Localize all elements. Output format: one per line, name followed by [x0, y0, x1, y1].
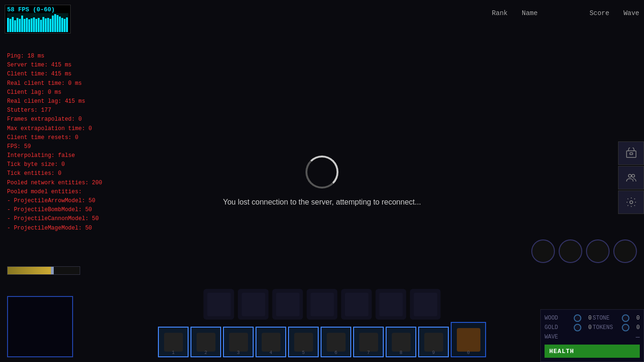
resource-panel: WOOD 0 STONE 0 GOLD 0 TOKENS 0 WAVE — HE…	[540, 309, 644, 362]
real-client-lag-stat: Real client lag: 415 ms	[7, 97, 102, 106]
right-panel	[618, 141, 644, 214]
avatar-slot-1	[531, 239, 555, 263]
hotbar-num-0: 0	[467, 350, 470, 355]
minimap	[7, 296, 73, 357]
settings-icon	[626, 197, 637, 208]
tokens-value: 0	[630, 324, 640, 331]
hotbar-slot-1[interactable]: 1	[158, 327, 189, 357]
client-resets-stat: Client time resets: 0	[7, 133, 102, 142]
players-button[interactable]	[618, 166, 644, 189]
tokens-label: TOKENS	[593, 324, 621, 331]
inv-icon-6	[379, 293, 403, 316]
hotbar-icon-3	[229, 333, 248, 352]
avatar-slot-2	[559, 239, 582, 263]
wave-res-label: WAVE	[545, 334, 573, 340]
svg-point-2	[628, 174, 631, 177]
mage-model-stat: - ProjectileMageModel: 50	[7, 224, 102, 233]
hotbar-icon-8	[392, 333, 411, 352]
avatar-slots	[531, 239, 637, 263]
hotbar-slot-3[interactable]: 3	[223, 327, 254, 357]
tick-entities-stat: Tick entities: 0	[7, 169, 102, 178]
inv-icon-1	[207, 293, 231, 316]
inv-icon-4	[310, 293, 334, 316]
loading-spinner	[305, 156, 339, 189]
stone-icon	[622, 314, 629, 322]
health-label: HEALTH	[549, 348, 574, 355]
inv-slot-1	[204, 289, 234, 320]
hotbar-slot-9[interactable]: 9	[418, 327, 449, 357]
svg-rect-0	[627, 151, 636, 157]
hotbar-num-4: 4	[269, 350, 272, 355]
inv-slot-5	[341, 289, 372, 320]
reconnect-message: You lost connection to the server, attem…	[223, 198, 421, 206]
pooled-network-stat: Pooled network entities: 200	[7, 179, 102, 188]
hotbar-slot-7[interactable]: 7	[353, 327, 384, 357]
hotbar-icon-4	[262, 333, 281, 352]
interpolating-stat: Interpolating: false	[7, 151, 102, 160]
fps-val-stat: FPS: 59	[7, 142, 102, 151]
gold-icon	[574, 324, 581, 331]
gold-row: GOLD 0 TOKENS 0	[545, 323, 640, 332]
hotbar-num-1: 1	[172, 350, 174, 355]
hotbar: 1 2 3 4 5 6 7 8 9 0	[158, 322, 486, 357]
hotbar-slot-0[interactable]: 0	[451, 322, 486, 357]
inv-slot-3	[272, 289, 303, 320]
stone-value: 0	[630, 315, 640, 321]
hotbar-num-7: 7	[367, 350, 370, 355]
gold-value: 0	[582, 324, 592, 331]
hotbar-icon-9	[424, 333, 443, 352]
wave-header: Wave	[623, 9, 639, 17]
real-client-time-stat: Real client time: 0 ms	[7, 79, 102, 88]
settings-button[interactable]	[618, 190, 644, 214]
hotbar-slot-5[interactable]: 5	[288, 327, 319, 357]
cannon-model-stat: - ProjectileCannonModel: 50	[7, 214, 102, 223]
svg-point-4	[630, 201, 633, 204]
hotbar-icon-1	[164, 333, 183, 352]
max-extrapolation-stat: Max extrapolation time: 0	[7, 124, 102, 133]
hotbar-slot-2[interactable]: 2	[190, 327, 221, 357]
stutters-stat: Stutters: 177	[7, 106, 102, 115]
score-header: Score	[589, 9, 609, 17]
hotbar-slot-8[interactable]: 8	[386, 327, 416, 357]
hotbar-num-8: 8	[399, 350, 402, 355]
hotbar-num-9: 9	[432, 350, 435, 355]
fps-container: 58 FPS (0-60)	[5, 5, 71, 33]
inv-slot-6	[376, 289, 406, 320]
hotbar-icon-7	[359, 333, 378, 352]
shop-button[interactable]	[618, 141, 644, 165]
pooled-model-stat: Pooled model entities:	[7, 188, 102, 197]
wood-row: WOOD 0 STONE 0	[545, 313, 640, 323]
scoreboard-header: Rank Name Score Wave	[492, 9, 639, 17]
stone-label: STONE	[593, 315, 621, 321]
health-bar: HEALTH	[545, 345, 640, 358]
inv-slot-4	[307, 289, 338, 320]
fps-graph	[7, 13, 68, 32]
wood-icon	[574, 314, 581, 322]
hotbar-slot-6[interactable]: 6	[321, 327, 351, 357]
xp-handle	[51, 267, 54, 274]
svg-point-3	[632, 174, 635, 177]
hotbar-slot-4[interactable]: 4	[256, 327, 286, 357]
avatar-slot-3	[586, 239, 610, 263]
hotbar-icon-6	[327, 333, 346, 352]
client-lag-stat: Client lag: 0 ms	[7, 88, 102, 97]
hotbar-icon-2	[197, 333, 215, 352]
ping-stat: Ping: 18 ms	[7, 52, 102, 61]
hotbar-icon-0	[457, 328, 480, 352]
inv-icon-3	[276, 293, 299, 316]
avatar-slot-4	[613, 239, 637, 263]
tick-byte-stat: Tick byte size: 0	[7, 160, 102, 169]
svg-rect-1	[630, 153, 633, 155]
inv-slot-2	[238, 289, 269, 320]
name-header: Name	[522, 9, 538, 17]
player-xp-bar	[7, 266, 80, 275]
client-time-stat: Client time: 415 ms	[7, 70, 102, 79]
xp-fill	[8, 267, 51, 274]
hotbar-icon-5	[294, 333, 313, 352]
inventory-bar	[204, 289, 441, 320]
inv-icon-5	[345, 293, 368, 316]
inv-icon-7	[413, 293, 437, 316]
shop-icon	[626, 148, 637, 159]
loading-container: You lost connection to the server, attem…	[223, 156, 421, 206]
wave-row: WAVE —	[545, 332, 640, 342]
